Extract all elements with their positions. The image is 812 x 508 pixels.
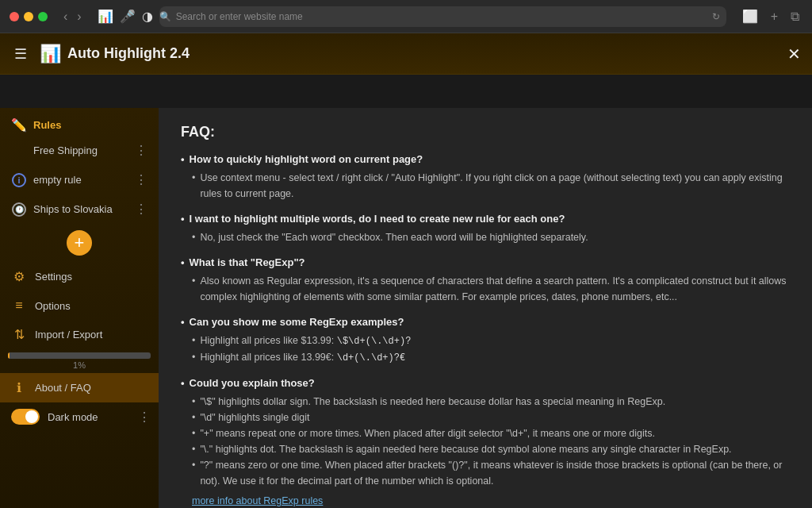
about-faq-icon: ℹ: [11, 380, 27, 395]
faq-question-2-text: I want to highlight multiple words, do I…: [190, 213, 565, 225]
dark-mode-row: Dark mode ⋮: [0, 402, 159, 431]
bookmarks-icon: 📊: [98, 9, 113, 24]
rule-name-free-shipping: Free Shipping: [33, 144, 132, 156]
faq-answer-2: No, just check the "Each word" checkbox.…: [181, 229, 790, 245]
new-tab-button[interactable]: ⬜: [739, 7, 761, 25]
faq-answer-5c: "+" means repeat one or more times. When…: [181, 425, 790, 441]
toggle-knob: [25, 410, 38, 423]
faq-answer-5a: "\$" highlights dollar sign. The backsla…: [181, 394, 790, 410]
faq-answer-5b-text: "\d" highlights single digit: [200, 410, 309, 425]
faq-answer-4a: Highlight all prices like $13.99: \$\d+(…: [181, 333, 790, 349]
faq-answer-5e-text: "?" means zero or one time. When placed …: [200, 457, 790, 489]
sidebar-rule-ships-to-slovakia[interactable]: 🕐 Ships to Slovakia ⋮: [0, 194, 159, 224]
storage-bar-bg: [8, 352, 151, 359]
faq-answer-2-text: No, just check the "Each word" checkbox.…: [200, 229, 588, 245]
faq-question-2: I want to highlight multiple words, do I…: [181, 213, 790, 225]
faq-question-3: What is that "RegExp"?: [181, 256, 790, 268]
minimize-traffic-light[interactable]: [24, 12, 33, 21]
faq-question-4-text: Can you show me some RegExp examples?: [190, 316, 404, 328]
add-tab-button[interactable]: +: [768, 7, 781, 25]
sidebar-rules-label: Rules: [33, 119, 61, 131]
sidebar-rule-empty[interactable]: i empty rule ⋮: [0, 165, 159, 194]
brightness-icon: ◑: [142, 9, 153, 24]
faq-answer-5b: "\d" highlights single digit: [181, 410, 790, 425]
address-bar[interactable]: 🔍 Search or enter website name ↻: [159, 6, 726, 27]
rule-name-empty: empty rule: [33, 174, 132, 186]
header-title: Auto Highlight 2.4: [67, 45, 787, 62]
settings-icon: ⚙: [11, 269, 27, 284]
faq-answer-5a-text: "\$" highlights dollar sign. The backsla…: [200, 394, 665, 410]
empty-rule-icon: i: [11, 172, 27, 188]
faq-answer-3-text: Also known as Regular expression, it's a…: [200, 273, 790, 305]
storage-bar-fill: [8, 352, 10, 359]
sidebar-item-options[interactable]: ≡ Options: [0, 291, 159, 320]
dark-mode-label: Dark mode: [48, 411, 130, 423]
faq-answer-1-text: Use context menu - select text / right c…: [200, 170, 790, 202]
forward-button[interactable]: ›: [74, 8, 84, 25]
ships-rule-icon: 🕐: [11, 202, 27, 217]
about-faq-label: About / FAQ: [35, 382, 151, 394]
options-icon: ≡: [11, 298, 27, 313]
faq-answer-5c-text: "+" means repeat one or more times. When…: [200, 425, 655, 441]
browser-chrome: ‹ › 📊 🎤 ◑ 🔍 Search or enter website name…: [0, 0, 812, 33]
faq-title: FAQ:: [181, 124, 790, 140]
faq-answer-1: Use context menu - select text / right c…: [181, 170, 790, 202]
hamburger-button[interactable]: ☰: [11, 44, 30, 64]
storage-bar-container: 1%: [0, 349, 159, 373]
faq-answer-4b-text: Highlight all prices like 13.99€: \d+(\.…: [200, 349, 405, 366]
faq-question-5-text: Could you explain those?: [190, 377, 315, 389]
sidebar: ✏️ Rules Free Shipping ⋮ i empty rule ⋮ …: [0, 108, 159, 508]
import-export-label: Import / Export: [35, 329, 151, 341]
browser-actions: ⬜ + ⧉: [739, 7, 802, 25]
close-traffic-light[interactable]: [10, 12, 19, 21]
faq-answer-5d-text: "\." highlights dot. The backslash is ag…: [200, 441, 731, 457]
back-button[interactable]: ‹: [60, 8, 71, 25]
faq-question-1-text: How to quickly highlight word on current…: [190, 153, 423, 165]
close-popup-button[interactable]: ✕: [787, 44, 801, 64]
add-rule-container: +: [0, 224, 159, 262]
header-app-icon: 📊: [40, 44, 61, 64]
sidebar-rule-free-shipping[interactable]: Free Shipping ⋮: [0, 136, 159, 165]
main-layout: ✏️ Rules Free Shipping ⋮ i empty rule ⋮ …: [0, 108, 812, 508]
reload-icon: ↻: [712, 11, 720, 22]
import-export-icon: ⇅: [11, 327, 27, 342]
dark-mode-toggle[interactable]: [11, 409, 40, 425]
faq-answer-5e: "?" means zero or one time. When placed …: [181, 457, 790, 489]
faq-question-4: Can you show me some RegExp examples?: [181, 316, 790, 328]
tabs-button[interactable]: ⧉: [787, 7, 802, 25]
faq-answer-3: Also known as Regular expression, it's a…: [181, 273, 790, 305]
sidebar-rules-section: ✏️ Rules: [0, 111, 159, 136]
clock-icon: 🕐: [12, 202, 26, 217]
browser-icon-group: 📊 🎤 ◑: [98, 9, 153, 24]
faq-answer-4b: Highlight all prices like 13.99€: \d+(\.…: [181, 349, 790, 366]
sidebar-item-import-export[interactable]: ⇅ Import / Export: [0, 320, 159, 349]
maximize-traffic-light[interactable]: [38, 12, 48, 21]
search-icon: 🔍: [159, 11, 171, 22]
traffic-lights: [10, 12, 48, 21]
mic-icon: 🎤: [120, 9, 136, 24]
regexp-link[interactable]: more info about RegExp rules: [181, 495, 790, 506]
rule-name-ships-to-slovakia: Ships to Slovakia: [33, 203, 132, 215]
popup-header: ☰ 📊 Auto Highlight 2.4 ✕: [0, 33, 812, 75]
pen-icon: ✏️: [11, 117, 27, 133]
sidebar-item-settings[interactable]: ⚙ Settings: [0, 262, 159, 291]
rule-menu-free-shipping[interactable]: ⋮: [132, 141, 151, 160]
rule-menu-empty[interactable]: ⋮: [132, 171, 151, 189]
faq-answer-5d: "\." highlights dot. The backslash is ag…: [181, 441, 790, 457]
browser-navigation: ‹ ›: [60, 8, 85, 25]
faq-answer-4a-text: Highlight all prices like $13.99: \$\d+(…: [200, 333, 411, 349]
free-shipping-icon: [11, 143, 27, 159]
address-text: Search or enter website name: [176, 11, 303, 22]
faq-question-5: Could you explain those?: [181, 377, 790, 389]
dark-mode-menu[interactable]: ⋮: [138, 410, 151, 425]
faq-question-3-text: What is that "RegExp"?: [190, 256, 305, 268]
options-label: Options: [35, 300, 151, 312]
settings-label: Settings: [35, 271, 151, 283]
rule-menu-ships[interactable]: ⋮: [132, 200, 151, 218]
content-area: FAQ: How to quickly highlight word on cu…: [159, 108, 812, 508]
sidebar-item-about-faq[interactable]: ℹ About / FAQ: [0, 373, 159, 402]
faq-question-1: How to quickly highlight word on current…: [181, 153, 790, 165]
storage-label: 1%: [8, 360, 151, 370]
info-circle-icon: i: [12, 173, 26, 187]
add-rule-button[interactable]: +: [67, 230, 92, 256]
